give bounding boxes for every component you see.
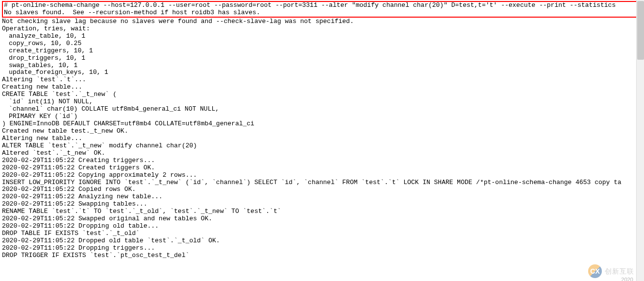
highlighted-command-box: # pt-online-schema-change --host=127.0.0… [2,1,642,18]
watermark-label: 创新互联 [605,267,634,275]
output-line: DROP TRIGGER IF EXISTS `test`.`pt_osc_te… [2,252,642,259]
scrollbar-thumb[interactable] [637,1,644,60]
output-line: analyze_table, 10, 1 [2,33,642,40]
output-line: 2020-02-29T11:05:22 Dropping triggers... [2,245,642,252]
watermark: CX 创新互联 [588,264,634,278]
output-line: CREATE TABLE `test`.`_t_new` ( [2,91,642,98]
output-line: `id` int(11) NOT NULL, [2,98,642,106]
watermark-logo-icon: CX [588,264,602,278]
output-line: Not checking slave lag because no slaves… [2,18,642,25]
vertical-scrollbar[interactable] [636,0,644,281]
output-line: 2020-02-29T11:05:22 Created triggers OK. [2,164,642,172]
output-line: copy_rows, 10, 0.25 [2,40,642,47]
output-line: swap_tables, 10, 1 [2,62,642,70]
output-line: DROP TABLE IF EXISTS `test`.`_t_old` [2,230,642,237]
output-line: ) ENGINE=InnoDB DEFAULT CHARSET=utf8mb4 … [2,120,642,128]
terminal-output: # pt-online-schema-change --host=127.0.0… [0,0,644,260]
warning-line: No slaves found. See --recursion-method … [4,9,640,17]
output-line: 2020-02-29T11:05:22 Swapped original and… [2,215,642,223]
output-line: Altered `test`.`_t_new` OK. [2,150,642,157]
output-line: INSERT LOW_PRIORITY IGNORE INTO `test`.`… [2,179,642,187]
command-line: # pt-online-schema-change --host=127.0.0… [4,2,640,9]
output-line: ALTER TABLE `test`.`_t_new` modify chann… [2,142,642,150]
output-line: 2020-02-29T11:05:22 Creating triggers... [2,157,642,164]
output-line: `channel` char(10) COLLATE utf8mb4_gener… [2,106,642,113]
output-line: RENAME TABLE `test`.`t` TO `test`.`_t_ol… [2,208,642,215]
output-line: 2020-02-29T11:05:22 Dropping old table..… [2,223,642,230]
output-line: drop_triggers, 10, 1 [2,55,642,62]
output-line: 2020-02-29T11:05:22 Swapping tables... [2,201,642,208]
output-line: create_triggers, 10, 1 [2,47,642,55]
output-line: PRIMARY KEY (`id`) [2,113,642,120]
output-line: 2020-02-29T11:05:22 Dropped old table `t… [2,237,642,245]
output-line: Creating new table... [2,84,642,91]
output-line: Created new table test._t_new OK. [2,128,642,135]
output-line: 2020-02-29T11:05:22 Analyzing new table.… [2,193,642,201]
output-line: Operation, tries, wait: [2,25,642,33]
output-line: 2020-02-29T11:05:22 Copying approximatel… [2,172,642,179]
output-line: 2020-02-29T11:05:22 Copied rows OK. [2,186,642,193]
footer-date: 2020 [621,277,633,281]
output-line: update_foreign_keys, 10, 1 [2,69,642,76]
output-line: Altering new table... [2,135,642,142]
output-line: Altering `test`.`t`... [2,76,642,84]
watermark-icon-text: CX [590,267,599,275]
